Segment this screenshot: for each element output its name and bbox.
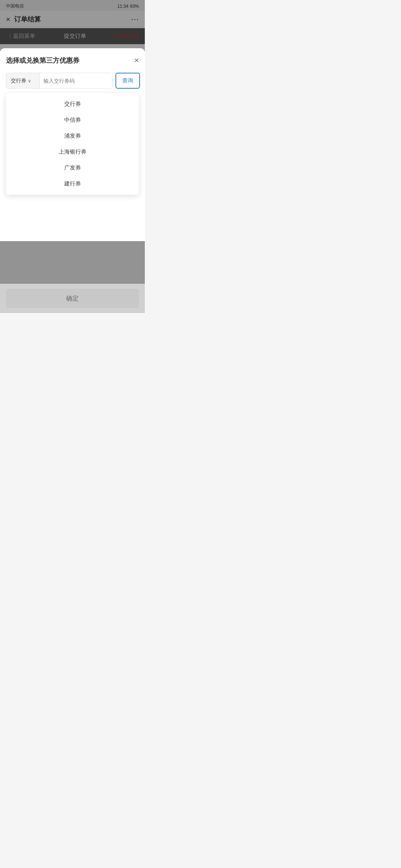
chevron-down-icon: ∨ — [28, 78, 31, 83]
confirm-button[interactable]: 确定 — [6, 289, 139, 308]
query-button[interactable]: 查询 — [115, 73, 140, 89]
coupon-code-input[interactable] — [40, 73, 112, 88]
coupon-option-3[interactable]: 上海银行券 — [6, 144, 139, 160]
coupon-option-4[interactable]: 广发券 — [6, 160, 139, 176]
coupon-input-row: 交行券 ∨ 查询 — [6, 73, 139, 89]
modal-close-icon[interactable]: × — [134, 56, 139, 65]
coupon-modal: 选择或兑换第三方优惠券 × 交行券 ∨ 查询 交行券 中信券 浦发券 上海银行券… — [0, 48, 145, 241]
modal-header: 选择或兑换第三方优惠券 × — [6, 56, 139, 65]
coupon-select-input-group: 交行券 ∨ — [6, 73, 113, 89]
selected-coupon-type: 交行券 — [11, 78, 26, 84]
coupon-option-2[interactable]: 浦发券 — [6, 128, 139, 144]
coupon-option-0[interactable]: 交行券 — [6, 96, 139, 112]
coupon-option-1[interactable]: 中信券 — [6, 112, 139, 128]
coupon-type-menu: 交行券 中信券 浦发券 上海银行券 广发券 建行券 — [6, 93, 139, 195]
coupon-option-5[interactable]: 建行券 — [6, 176, 139, 192]
bottom-bar: 确定 — [0, 284, 145, 313]
modal-title: 选择或兑换第三方优惠券 — [6, 56, 79, 65]
coupon-type-dropdown[interactable]: 交行券 ∨ — [6, 73, 40, 88]
